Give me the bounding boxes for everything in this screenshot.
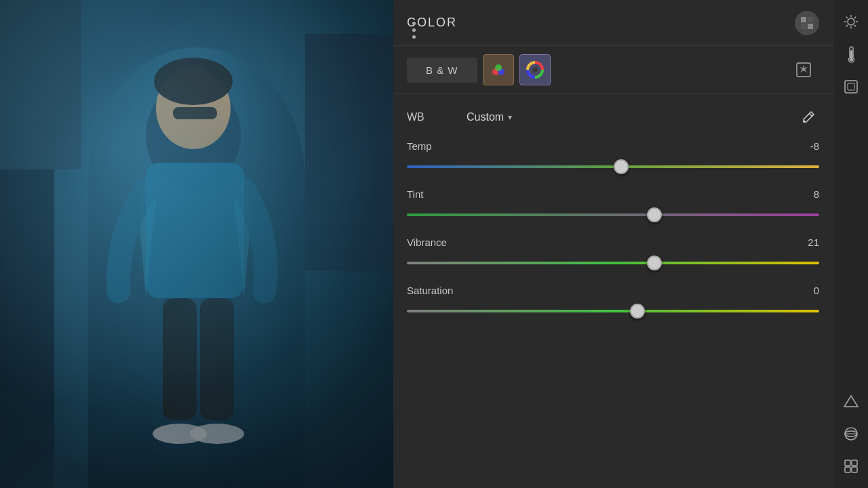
svg-rect-13 (305, 34, 393, 271)
svg-rect-14 (801, 17, 806, 22)
svg-line-32 (854, 25, 856, 26)
saturation-value: 0 (792, 285, 819, 296)
wb-dropdown[interactable]: Custom ▾ (467, 111, 512, 123)
temp-label: Temp (407, 140, 432, 152)
svg-marker-41 (844, 396, 858, 407)
triangle-tone-icon[interactable] (837, 388, 865, 415)
photo-background (0, 0, 393, 488)
temp-value: -8 (792, 140, 819, 152)
svg-rect-0 (0, 0, 393, 488)
svg-rect-39 (845, 81, 857, 93)
svg-point-38 (850, 58, 853, 62)
svg-point-8 (153, 424, 207, 444)
menu-dot-1 (412, 22, 416, 25)
svg-rect-37 (850, 50, 852, 58)
svg-point-20 (495, 64, 502, 71)
panel-header: COLOR (393, 0, 833, 46)
temp-slider-track[interactable] (407, 159, 819, 175)
svg-rect-47 (845, 467, 850, 472)
mixer-icon (490, 62, 507, 78)
square-frame-icon[interactable] (837, 73, 865, 100)
wb-row: WB Custom ▾ (393, 94, 833, 135)
saturation-slider-section: Saturation 0 (393, 279, 833, 325)
svg-rect-10 (146, 163, 244, 298)
svg-rect-2 (146, 163, 244, 298)
svg-rect-11 (0, 0, 81, 169)
sparkle-icon (795, 62, 812, 78)
svg-rect-7 (200, 298, 234, 420)
vibrance-slider-thumb[interactable] (647, 256, 662, 270)
vibrance-value: 21 (792, 237, 819, 248)
checkerboard-icon (800, 16, 814, 30)
svg-rect-12 (0, 169, 54, 488)
svg-point-4 (154, 58, 233, 105)
svg-rect-46 (852, 460, 857, 466)
svg-line-31 (846, 17, 847, 18)
controls-area: COLOR B & W (393, 0, 833, 488)
tint-value: 8 (792, 188, 819, 200)
tint-slider-track[interactable] (407, 207, 819, 223)
wb-label: WB (407, 111, 461, 123)
photo-panel (0, 0, 393, 488)
panel-header-icon[interactable] (795, 11, 819, 35)
tint-label: Tint (407, 188, 423, 200)
sparkle-image-button[interactable] (788, 54, 819, 85)
saturation-slider-thumb[interactable] (630, 304, 645, 319)
menu-dot-3 (412, 35, 416, 39)
color-wheel-icon (526, 61, 544, 79)
wb-current-value: Custom (467, 111, 504, 123)
svg-line-24 (809, 113, 812, 117)
tint-slider-thumb[interactable] (647, 207, 662, 222)
menu-dot-2 (412, 28, 416, 32)
three-dot-menu[interactable] (412, 22, 416, 39)
svg-rect-45 (845, 460, 850, 466)
bw-button[interactable]: B & W (407, 58, 477, 83)
svg-rect-48 (852, 467, 857, 472)
svg-rect-16 (801, 24, 806, 29)
svg-point-9 (190, 424, 244, 444)
eyedropper-button[interactable] (797, 106, 819, 128)
right-sidebar (833, 0, 868, 488)
color-wheel-button[interactable] (519, 54, 551, 85)
temp-slider-section: Temp -8 (393, 135, 833, 180)
svg-line-34 (846, 25, 847, 26)
thermometer-icon[interactable] (837, 41, 865, 68)
vibrance-slider-track[interactable] (407, 255, 819, 271)
svg-point-3 (156, 68, 231, 149)
mixer-button[interactable] (483, 54, 514, 85)
vibrance-label: Vibrance (407, 237, 447, 248)
vibrance-slider-section: Vibrance 21 (393, 231, 833, 277)
saturation-slider-track[interactable] (407, 303, 819, 319)
grid-icon[interactable] (837, 453, 865, 480)
hsl-icon[interactable] (837, 420, 865, 447)
sun-icon[interactable] (837, 8, 865, 35)
svg-point-1 (146, 81, 241, 190)
svg-rect-17 (808, 24, 813, 29)
svg-point-26 (848, 18, 854, 25)
mode-row: B & W (393, 46, 833, 94)
right-panel: COLOR B & W (393, 0, 868, 488)
eyedropper-icon (801, 110, 816, 125)
svg-rect-6 (163, 298, 197, 420)
tint-slider-section: Tint 8 (393, 183, 833, 228)
temp-slider-thumb[interactable] (614, 159, 629, 174)
svg-rect-40 (848, 83, 854, 90)
svg-point-22 (532, 67, 538, 73)
chevron-down-icon: ▾ (508, 113, 512, 122)
saturation-label: Saturation (407, 285, 453, 296)
svg-line-33 (854, 17, 856, 18)
svg-point-25 (804, 121, 806, 123)
svg-rect-15 (808, 17, 813, 22)
svg-rect-5 (173, 107, 217, 119)
